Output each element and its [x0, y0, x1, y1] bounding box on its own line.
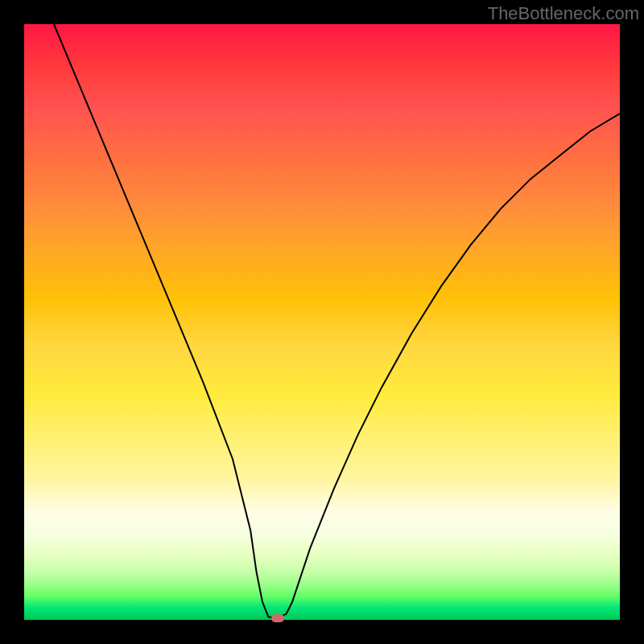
minimum-marker	[271, 614, 284, 622]
watermark-text: TheBottleneck.com	[488, 3, 639, 24]
curve-svg	[24, 24, 620, 620]
chart-frame: TheBottleneck.com	[0, 0, 644, 644]
bottleneck-curve	[54, 24, 620, 618]
plot-area	[24, 24, 620, 620]
